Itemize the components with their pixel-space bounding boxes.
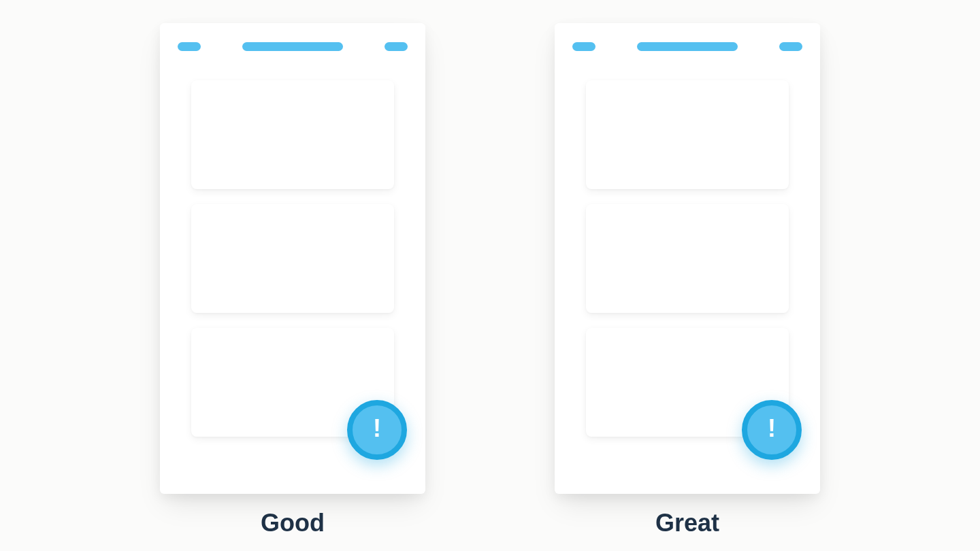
fab-alert-button[interactable]: !	[347, 400, 407, 460]
list-item[interactable]	[586, 204, 789, 313]
fab-alert-button[interactable]: !	[742, 400, 802, 460]
mockup-caption: Good	[261, 509, 325, 537]
nav-back-placeholder[interactable]	[178, 42, 201, 51]
nav-action-placeholder[interactable]	[779, 42, 802, 51]
nav-bar	[178, 38, 408, 54]
device-frame: !	[555, 23, 820, 494]
mockup-good: ! Good	[160, 23, 425, 537]
mockup-great: ! Great	[555, 23, 820, 537]
nav-back-placeholder[interactable]	[572, 42, 595, 51]
mockup-caption: Great	[655, 509, 719, 537]
card-list	[178, 80, 408, 437]
list-item[interactable]	[586, 80, 789, 189]
list-item[interactable]	[191, 80, 394, 189]
nav-title-placeholder	[637, 42, 738, 51]
nav-bar	[572, 38, 802, 54]
list-item[interactable]	[191, 204, 394, 313]
nav-action-placeholder[interactable]	[385, 42, 408, 51]
device-frame: !	[160, 23, 425, 494]
exclamation-icon: !	[768, 416, 776, 441]
nav-title-placeholder	[242, 42, 343, 51]
card-list	[572, 80, 802, 437]
exclamation-icon: !	[373, 416, 381, 441]
